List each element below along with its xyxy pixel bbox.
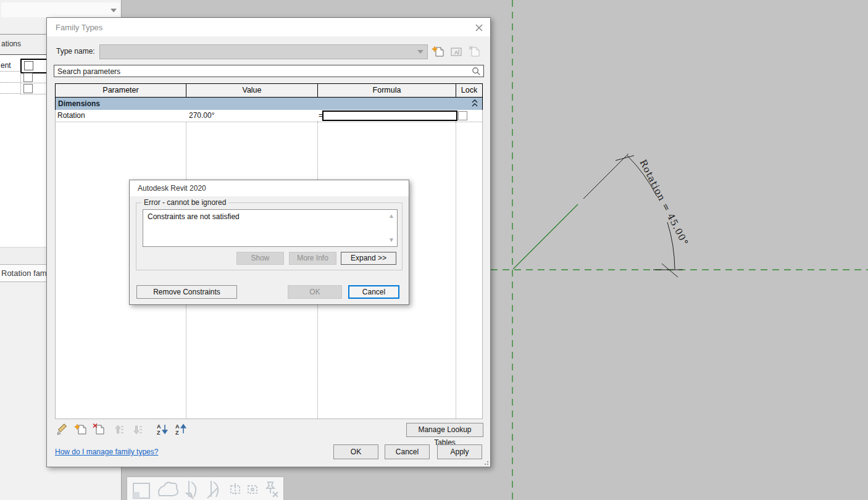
formula-input[interactable] (322, 110, 457, 121)
close-icon[interactable] (474, 23, 484, 33)
column-header-value[interactable]: Value (186, 84, 318, 97)
column-header-parameter[interactable]: Parameter (56, 84, 186, 97)
edit-parameter-icon[interactable] (56, 423, 69, 436)
apply-button[interactable]: Apply (437, 444, 482, 459)
resize-grip[interactable] (483, 460, 488, 465)
ribbon-panel-fragment (127, 477, 284, 500)
column-header-formula[interactable]: Formula (318, 84, 456, 97)
parameter-value-cell[interactable]: 270.00° (189, 111, 215, 120)
rename-type-button[interactable]: A (449, 45, 463, 59)
parameter-name-cell[interactable]: Rotation (57, 111, 85, 120)
delete-parameter-icon[interactable] (92, 423, 106, 436)
lock-checkbox[interactable] (458, 111, 467, 120)
svg-text:Z: Z (157, 430, 161, 435)
unpin-icon[interactable] (267, 482, 278, 497)
row-divider (0, 71, 20, 72)
sort-descending-icon[interactable]: A Z (175, 423, 187, 435)
svg-text:A: A (454, 49, 458, 56)
ok-button[interactable]: OK (333, 444, 378, 459)
delete-type-button[interactable] (467, 45, 481, 59)
expand-button[interactable]: Expand >> (341, 252, 396, 265)
scroll-up-icon[interactable]: ▲ (388, 213, 394, 219)
column-header-lock[interactable]: Lock (456, 84, 482, 97)
sort-ascending-icon[interactable]: A Z (156, 423, 169, 435)
chevron-down-icon (417, 50, 424, 54)
group-row-dimensions[interactable]: Dimensions (55, 98, 483, 110)
row-divider (0, 93, 20, 94)
error-ok-button[interactable]: OK (288, 285, 342, 299)
move-down-icon[interactable] (130, 423, 143, 436)
rotated-reference-line[interactable] (513, 204, 578, 269)
group-row-label: Dimensions (58, 99, 100, 108)
column-divider (456, 122, 456, 419)
match-icon[interactable] (248, 486, 257, 493)
error-cancel-button[interactable]: Cancel (348, 285, 399, 299)
checkbox-1[interactable] (24, 61, 33, 70)
error-dialog: Autodesk Revit 2020 Error - cannot be ig… (129, 180, 409, 305)
parameter-row-rotation[interactable]: Rotation 270.00° = (55, 110, 483, 122)
palette-section-label: ations (1, 40, 21, 48)
pick-edge-icon[interactable] (207, 481, 218, 498)
error-message: Constraints are not satisfied (148, 212, 240, 221)
table-header: Parameter Value Formula Lock (55, 83, 483, 98)
error-group-label: Error - cannot be ignored (141, 198, 228, 207)
checkbox-2[interactable] (23, 73, 33, 82)
type-selector-combobox[interactable] (1, 2, 120, 17)
sketch-rectangle-icon[interactable] (133, 483, 149, 498)
new-type-button[interactable] (432, 45, 445, 59)
error-message-box[interactable]: Constraints are not satisfied ▲ ▼ (143, 209, 398, 247)
pick-lines-icon[interactable] (186, 481, 196, 498)
checkbox-3[interactable] (23, 84, 33, 93)
new-parameter-icon[interactable] (74, 423, 88, 436)
help-link[interactable]: How do I manage family types? (55, 448, 158, 456)
row-divider (55, 122, 483, 122)
manage-lookup-tables-button[interactable]: Manage Lookup Tables (406, 423, 483, 437)
cancel-button[interactable]: Cancel (385, 444, 430, 459)
remove-constraints-button[interactable]: Remove Constraints (136, 285, 237, 299)
scroll-down-icon[interactable]: ▼ (388, 237, 394, 243)
family-types-titlebar[interactable]: Family Types (47, 18, 490, 36)
type-name-label: Type name: (56, 47, 95, 56)
dimension-value-label[interactable]: Rotation = 45.00° (637, 158, 690, 248)
svg-text:A: A (157, 423, 161, 430)
error-dialog-titlebar[interactable]: Autodesk Revit 2020 (130, 180, 409, 196)
dimension-witness-line (583, 154, 628, 199)
align-icon[interactable] (231, 483, 240, 496)
dimension-tick-bottom (662, 264, 678, 277)
sketch-spline-icon[interactable] (159, 483, 178, 496)
search-icon[interactable] (472, 67, 481, 76)
more-info-button[interactable]: More Info (289, 252, 336, 265)
show-button[interactable]: Show (236, 252, 284, 265)
move-up-icon[interactable] (112, 423, 124, 436)
search-input[interactable] (56, 66, 466, 77)
error-groupbox: Error - cannot be ignored Constraints ar… (136, 202, 403, 270)
palette-row-label: ent (1, 61, 11, 70)
chevron-down-icon[interactable] (111, 9, 117, 12)
svg-text:Z: Z (175, 430, 179, 435)
svg-text:A: A (175, 423, 180, 430)
collapse-chevron-icon[interactable] (472, 99, 478, 107)
search-parameters-box[interactable] (54, 65, 484, 77)
error-dialog-title: Autodesk Revit 2020 (138, 184, 206, 193)
dialog-title: Family Types (56, 23, 102, 32)
type-name-combobox[interactable] (99, 44, 428, 59)
row-divider (0, 82, 20, 83)
